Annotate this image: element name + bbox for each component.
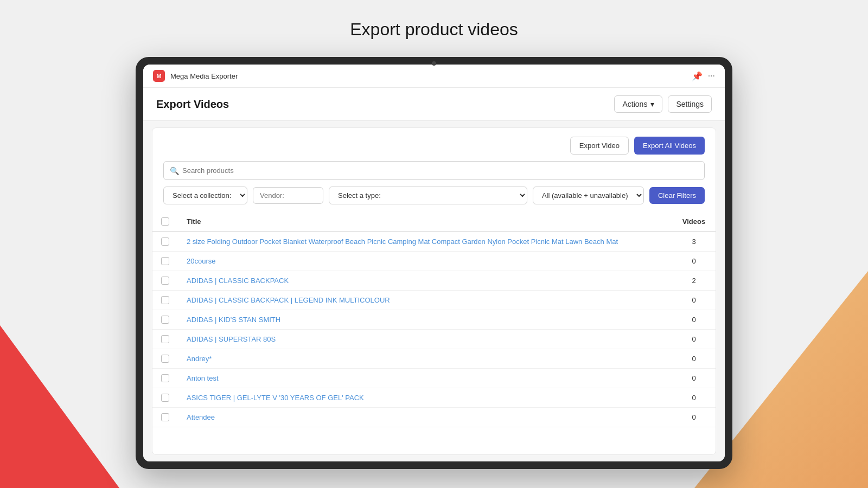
clear-filters-button[interactable]: Clear Filters xyxy=(649,187,705,204)
more-icon[interactable]: ··· xyxy=(708,71,715,81)
product-title-link[interactable]: Attendee xyxy=(187,413,215,421)
videos-count: 0 xyxy=(672,291,716,310)
settings-button[interactable]: Settings xyxy=(668,95,712,113)
select-all-checkbox[interactable] xyxy=(161,217,169,226)
tablet-frame: M Mega Media Exporter 📌 ··· Export Video… xyxy=(136,57,732,469)
collection-filter[interactable]: Select a collection: xyxy=(163,187,247,204)
row-checkbox[interactable] xyxy=(161,296,169,304)
row-checkbox[interactable] xyxy=(161,413,169,421)
row-checkbox[interactable] xyxy=(161,394,169,402)
videos-count: 0 xyxy=(672,252,716,271)
videos-count: 0 xyxy=(672,369,716,388)
page-header-title: Export Videos xyxy=(156,98,229,111)
product-title-link[interactable]: ADIDAS | SUPERSTAR 80S xyxy=(187,335,276,343)
row-checkbox[interactable] xyxy=(161,374,169,382)
actions-button[interactable]: Actions ▾ xyxy=(614,95,662,113)
search-icon: 🔍 xyxy=(170,166,179,175)
availability-filter[interactable]: All (available + unavailable) xyxy=(533,187,644,204)
header-icons: 📌 ··· xyxy=(692,71,715,81)
main-panel: Export Video Export All Videos 🔍 Select … xyxy=(152,127,716,455)
bg-decoration-red xyxy=(0,325,119,488)
videos-count: 0 xyxy=(672,349,716,369)
table-row: 20course0 xyxy=(152,252,716,271)
row-checkbox[interactable] xyxy=(161,355,169,363)
table-row: ADIDAS | KID'S STAN SMITH0 xyxy=(152,310,716,330)
product-title-link[interactable]: ADIDAS | CLASSIC BACKPACK xyxy=(187,277,289,285)
type-filter[interactable]: Select a type: xyxy=(329,187,527,204)
table-header-row: Title Videos xyxy=(152,212,716,232)
chevron-down-icon: ▾ xyxy=(650,100,654,108)
videos-count: 2 xyxy=(672,271,716,291)
videos-count: 0 xyxy=(672,330,716,349)
search-wrapper: 🔍 xyxy=(163,161,705,180)
table-row: ASICS TIGER | GEL-LYTE V '30 YEARS OF GE… xyxy=(152,388,716,408)
page-header: Export Videos Actions ▾ Settings xyxy=(143,88,725,121)
tablet-screen: M Mega Media Exporter 📌 ··· Export Video… xyxy=(143,65,725,461)
videos-count: 0 xyxy=(672,310,716,330)
product-title-link[interactable]: 2 size Folding Outdoor Pocket Blanket Wa… xyxy=(187,237,618,246)
table-row: ADIDAS | CLASSIC BACKPACK2 xyxy=(152,271,716,291)
page-title: Export product videos xyxy=(0,0,868,53)
tablet-camera xyxy=(432,61,436,66)
export-video-button[interactable]: Export Video xyxy=(570,137,629,155)
product-title-link[interactable]: Andrey* xyxy=(187,355,212,363)
table-row: Anton test0 xyxy=(152,369,716,388)
export-all-videos-button[interactable]: Export All Videos xyxy=(634,137,705,155)
product-title-link[interactable]: ADIDAS | KID'S STAN SMITH xyxy=(187,316,280,324)
row-checkbox[interactable] xyxy=(161,277,169,285)
search-row: 🔍 xyxy=(152,161,716,187)
table-row: ADIDAS | CLASSIC BACKPACK | LEGEND INK M… xyxy=(152,291,716,310)
row-checkbox[interactable] xyxy=(161,257,169,265)
app-header: M Mega Media Exporter 📌 ··· xyxy=(143,65,725,88)
pin-icon[interactable]: 📌 xyxy=(692,71,703,81)
content-area: Export Videos Actions ▾ Settings Export … xyxy=(143,88,725,461)
product-title-link[interactable]: 20course xyxy=(187,257,215,265)
title-col-header: Title xyxy=(178,212,672,232)
header-action-buttons: Actions ▾ Settings xyxy=(614,95,712,113)
app-name: Mega Media Exporter xyxy=(170,72,692,80)
actions-label: Actions xyxy=(622,100,647,108)
table-row: Attendee0 xyxy=(152,408,716,427)
products-table: Title Videos 2 size Folding Outdoor Pock… xyxy=(152,212,716,454)
product-title-link[interactable]: ASICS TIGER | GEL-LYTE V '30 YEARS OF GE… xyxy=(187,394,364,402)
row-checkbox[interactable] xyxy=(161,316,169,324)
select-all-col xyxy=(152,212,178,232)
videos-count: 0 xyxy=(672,388,716,408)
videos-col-header: Videos xyxy=(672,212,716,232)
export-buttons-row: Export Video Export All Videos xyxy=(152,128,716,161)
product-title-link[interactable]: Anton test xyxy=(187,374,219,382)
table-row: Andrey*0 xyxy=(152,349,716,369)
row-checkbox[interactable] xyxy=(161,335,169,343)
app-logo: M xyxy=(153,70,165,82)
search-input[interactable] xyxy=(163,161,705,180)
table-row: 2 size Folding Outdoor Pocket Blanket Wa… xyxy=(152,232,716,252)
videos-count: 0 xyxy=(672,408,716,427)
product-title-link[interactable]: ADIDAS | CLASSIC BACKPACK | LEGEND INK M… xyxy=(187,296,390,304)
row-checkbox[interactable] xyxy=(161,237,169,246)
vendor-filter[interactable] xyxy=(253,187,323,204)
table-row: ADIDAS | SUPERSTAR 80S0 xyxy=(152,330,716,349)
filters-row: Select a collection: Select a type: All … xyxy=(152,187,716,212)
videos-count: 3 xyxy=(672,232,716,252)
